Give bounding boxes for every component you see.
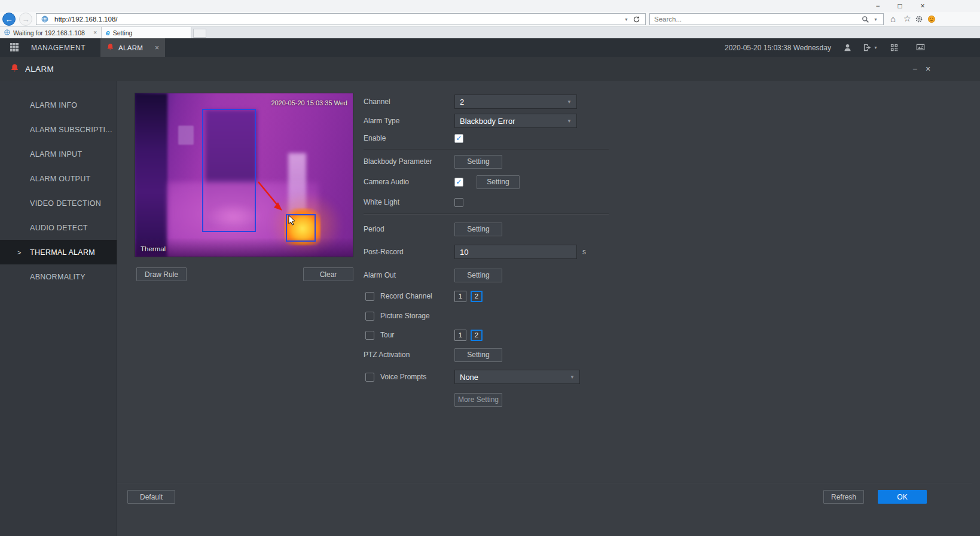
display-image-icon[interactable] [916,43,925,52]
row-camera-audio: Camera Audio ✓ Setting [364,175,746,189]
search-box[interactable]: ▼ [649,13,884,25]
sidebar-item-abnormality[interactable]: ABNORMALITY [0,264,117,289]
tab-close-icon[interactable]: × [93,29,97,36]
window-minimize-button[interactable]: − [912,57,917,81]
user-icon[interactable] [843,43,852,52]
app-tab-label: ALARM [118,44,143,51]
browser-close-button[interactable]: × [912,0,933,12]
search-dropdown-icon[interactable]: ▼ [874,17,878,22]
camera-audio-checkbox[interactable]: ✓ [454,178,463,187]
header-datetime: 2020-05-20 15:03:38 Wednesday [725,38,831,57]
ie-icon: e [106,29,110,36]
sidebar-item-label: THERMAL ALARM [30,248,95,257]
refresh-button[interactable]: Refresh [823,490,864,504]
period-setting-button[interactable]: Setting [454,223,502,236]
sidebar-item-alarm-input[interactable]: ALARM INPUT [0,142,117,166]
qr-code-icon[interactable] [890,43,899,52]
sidebar-item-audio-detect[interactable]: AUDIO DETECT [0,215,117,240]
sidebar-item-label: ALARM OUTPUT [30,175,91,183]
row-picture-storage: Picture Storage [364,309,746,323]
row-tour: Tour 1 2 [364,328,746,342]
picture-storage-checkbox[interactable] [365,312,374,321]
tab-label: Waiting for 192.168.1.108 [13,29,90,36]
browser-minimize-button[interactable]: − [867,0,889,12]
ptz-setting-button[interactable]: Setting [454,348,502,362]
camera-audio-setting-button[interactable]: Setting [477,175,520,189]
record-channel-checkbox[interactable] [365,292,374,301]
browser-navbar: ← → ▼ ▼ ⌂ ☆ [0,12,980,27]
ok-button[interactable]: OK [878,490,927,504]
osd-timestamp: 2020-05-20 15:03:35 Wed [271,99,347,106]
check-icon: ✓ [456,178,462,185]
osd-stream-label: Thermal [141,245,166,252]
screen: − □ × ← → ▼ ▼ ⌂ ☆ [0,0,980,536]
record-channel-2-button[interactable]: 2 [471,291,483,302]
record-channel-1-button[interactable]: 1 [454,291,466,302]
white-light-checkbox[interactable] [454,198,463,207]
home-icon[interactable]: ⌂ [890,14,896,23]
window-close-button[interactable]: × [926,57,930,81]
row-alarm-type: Alarm Type Blackbody Error ▼ [364,114,746,128]
row-blackbody-parameter: Blackbody Parameter Setting [364,154,746,169]
thermal-cold-shelf [135,93,167,257]
draw-rule-button[interactable]: Draw Rule [136,267,187,281]
alarm-type-select[interactable]: Blackbody Error ▼ [454,114,577,128]
app-tab-alarm[interactable]: ALARM × [100,38,165,57]
search-icon[interactable] [862,16,869,23]
feedback-smiley-icon[interactable] [927,15,936,25]
globe-icon [4,29,10,36]
management-label[interactable]: MANAGEMENT [31,38,86,57]
more-setting-button[interactable]: More Setting [454,393,502,407]
tour-1-button[interactable]: 1 [454,330,466,341]
detection-rule-rectangle-small[interactable] [286,214,316,242]
voice-prompts-select[interactable]: None ▼ [454,370,580,384]
url-input[interactable] [53,15,622,23]
enable-checkbox[interactable]: ✓ [454,134,463,143]
thermal-preview-canvas[interactable]: 2020-05-20 15:03:35 Wed Thermal [135,93,353,257]
menu-grid-icon[interactable] [10,43,19,51]
detection-rule-rectangle-large[interactable] [202,109,256,232]
app-tab-close-icon[interactable]: × [155,44,159,52]
browser-tab-setting[interactable]: e Setting [102,27,191,38]
tour-label: Tour [380,331,394,339]
alarm-out-label: Alarm Out [364,271,454,279]
tour-2-button[interactable]: 2 [471,330,483,341]
browser-maximize-button[interactable]: □ [889,0,911,12]
content-panel: 2020-05-20 15:03:35 Wed Thermal Draw Rul… [117,81,980,536]
voice-prompts-checkbox[interactable] [365,373,374,382]
divider [364,214,609,214]
sidebar-item-alarm-subscription[interactable]: ALARM SUBSCRIPTI... [0,117,117,142]
row-more-setting: More Setting [364,392,746,407]
url-dropdown-icon[interactable]: ▼ [624,17,628,22]
chevron-down-icon: ▼ [874,45,878,50]
voice-prompts-value: None [460,373,570,382]
logout-icon[interactable]: ▼ [863,43,878,52]
back-button[interactable]: ← [2,13,16,26]
tour-checkbox[interactable] [365,331,374,340]
refresh-icon[interactable] [633,16,640,23]
sidebar-item-video-detection[interactable]: VIDEO DETECTION [0,191,117,215]
search-input[interactable] [653,15,860,23]
sidebar-item-thermal-alarm[interactable]: > THERMAL ALARM [0,240,117,264]
channel-value: 2 [460,98,567,106]
post-record-input[interactable] [454,245,577,259]
sidebar-item-alarm-output[interactable]: ALARM OUTPUT [0,166,117,191]
chevron-down-icon: ▼ [570,374,575,380]
default-button[interactable]: Default [127,490,175,504]
blackbody-setting-button[interactable]: Setting [454,155,502,169]
channel-select[interactable]: 2 ▼ [454,95,577,109]
sidebar-item-label: ALARM INFO [30,101,77,109]
sidebar-item-alarm-info[interactable]: ALARM INFO [0,93,117,117]
browser-tab-waiting[interactable]: Waiting for 192.168.1.108 × [0,27,102,38]
favorites-star-icon[interactable]: ☆ [903,14,911,23]
post-record-label: Post-Record [364,248,454,256]
clear-button[interactable]: Clear [303,267,353,281]
chevron-down-icon: ▼ [567,118,572,124]
forward-button[interactable]: → [19,13,32,26]
tools-gear-icon[interactable] [915,15,923,25]
alarm-out-setting-button[interactable]: Setting [454,269,502,282]
row-channel: Channel 2 ▼ [364,95,746,109]
new-tab-button[interactable] [193,29,206,38]
app-header: MANAGEMENT ALARM × 2020-05-20 15:03:38 W… [0,38,980,57]
address-bar[interactable]: ▼ [36,13,646,25]
